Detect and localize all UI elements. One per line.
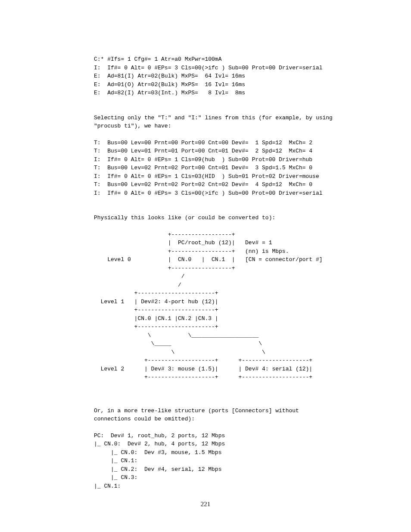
paragraph-tree-intro: Or, in a more tree-like structure (ports… [94, 407, 381, 423]
code-block-ti-lines: T: Bus=00 Lev=00 Prnt=00 Port=00 Cnt=00 … [94, 139, 381, 198]
ascii-diagram-topology: +------------------+ | PC/root_hub (12)|… [94, 230, 381, 382]
page-number: 221 [0, 501, 411, 508]
code-block-usb-config: C:* #Ifs= 1 Cfg#= 1 Atr=a0 MxPwr=100mA I… [94, 55, 381, 97]
paragraph-physically: Physically this looks like (or could be … [94, 214, 381, 222]
page-container: C:* #Ifs= 1 Cfg#= 1 Atr=a0 MxPwr=100mA I… [0, 0, 411, 532]
ascii-tree-structure: PC: Dev# 1, root_hub, 2 ports, 12 Mbps |… [94, 432, 381, 491]
paragraph-select-ti: Selecting only the "T:" and "I:" lines f… [94, 114, 381, 131]
